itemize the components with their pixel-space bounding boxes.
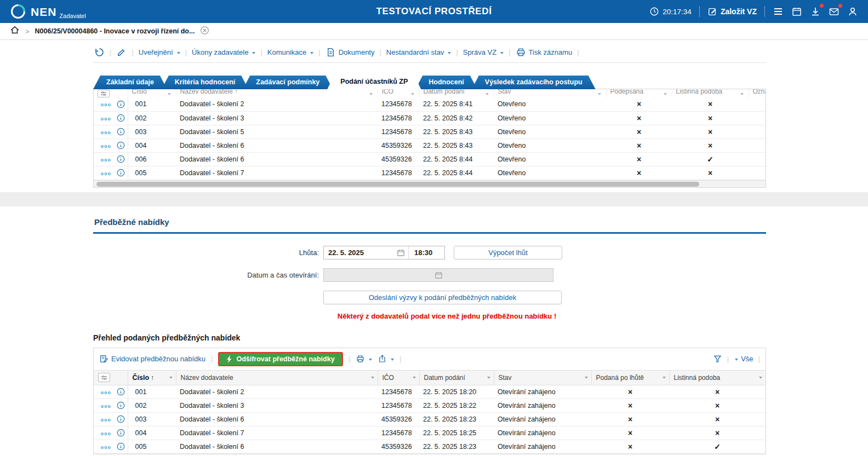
participant-row[interactable]: 002 Dodavatel - školení 3 12345678 22. 5… (94, 111, 766, 125)
cell-listinna-mark: × (672, 138, 749, 152)
breadcrumb-record[interactable]: N006/25/V00004860 - Inovace v rozvoji ří… (35, 27, 195, 35)
evidovat-nabidku-button[interactable]: Evidovat předběžnou nabídku (99, 354, 205, 363)
filter-all-select[interactable]: Vše (734, 355, 753, 363)
export-button[interactable] (378, 354, 394, 363)
tab-hodnoceni[interactable]: Hodnocení (415, 76, 477, 89)
column-settings-icon[interactable] (98, 373, 110, 382)
row-info-icon[interactable] (117, 100, 125, 108)
row-info-icon[interactable] (117, 114, 125, 122)
tab-podani-ucastniku-zp[interactable]: Podání účastníků ZP (327, 74, 421, 89)
horizontal-scrollbar[interactable] (94, 180, 766, 187)
row-info-icon[interactable] (117, 429, 125, 437)
send-call-button[interactable]: Odeslání výzvy k podání předběžných nabí… (323, 291, 562, 304)
row-info-icon[interactable] (117, 401, 125, 409)
row-menu-icon[interactable] (100, 129, 111, 135)
prelim-bid-row[interactable]: 003 Dodavatel - školení 6 45359326 22. 5… (94, 412, 766, 426)
row-menu-icon[interactable] (100, 403, 111, 408)
col-datum-podani[interactable]: Datum podání (419, 89, 494, 97)
row-menu-icon[interactable] (100, 143, 111, 148)
participant-row[interactable]: 003 Dodavatel - školení 5 12345678 22. 5… (94, 125, 766, 138)
prelim-bid-row[interactable]: 005 Dodavatel - školení 6 45359326 22. 5… (94, 440, 766, 453)
col-cislo[interactable]: Číslo↑ (128, 370, 176, 385)
menu-uverejneni[interactable]: Uveřejnění (139, 48, 180, 56)
close-record-icon[interactable] (200, 26, 209, 37)
participant-row[interactable]: 006 Dodavatel - školení 6 45359326 22. 5… (94, 152, 766, 166)
row-info-icon[interactable] (117, 415, 125, 423)
col-nazev-dodavatele[interactable]: Název dodavatele (176, 370, 378, 385)
funnel-icon[interactable] (713, 354, 722, 363)
sort-caret-icon (411, 93, 414, 95)
lhuta-datetime-input[interactable]: 22. 5. 2025 18:30 (323, 246, 445, 259)
cell-listinna-mark: × (669, 385, 766, 399)
row-info-icon[interactable] (117, 128, 125, 136)
prelim-bid-row[interactable]: 004 Dodavatel - školení 7 12345678 22. 5… (94, 426, 766, 440)
menu-button[interactable] (773, 6, 784, 17)
menu-nestandardni-stav[interactable]: Nestandardní stav (386, 48, 452, 56)
col-nazev-dodavatele[interactable]: Název dodavatele ↑ (176, 89, 378, 97)
row-menu-icon[interactable] (100, 389, 111, 395)
col-ico[interactable]: IČO (378, 370, 419, 385)
column-settings-icon[interactable] (98, 90, 110, 97)
scrollbar-thumb[interactable] (96, 182, 699, 187)
cell-cislo: 005 (128, 440, 176, 453)
calendar-small-icon[interactable] (397, 249, 405, 257)
col-stav[interactable]: Stav (494, 89, 606, 97)
prelim-bid-row[interactable]: 001 Dodavatel - školení 2 12345678 22. 5… (94, 385, 766, 399)
history-icon[interactable] (94, 47, 105, 57)
register-bid-icon (99, 354, 108, 363)
vypocet-lhut-button[interactable]: Výpočet lhůt (454, 246, 562, 259)
tab-zadavaci-podminky[interactable]: Zadávací podmínky (243, 76, 333, 89)
prelim-table-toolbar: Evidovat předběžnou nabídku | Odšifrovat… (94, 348, 766, 370)
nen-home-link[interactable]: NEN Zadavatel (10, 3, 86, 20)
row-info-icon[interactable] (117, 141, 125, 149)
participant-row[interactable]: 004 Dodavatel - školení 6 45359326 22. 5… (94, 138, 766, 152)
print-list-button[interactable] (356, 354, 372, 363)
col-cislo[interactable]: Číslo (128, 89, 176, 97)
menu-komunikace[interactable]: Komunikace (267, 48, 314, 56)
row-info-icon[interactable] (117, 169, 125, 177)
print-record-button[interactable]: Tisk záznamu (516, 47, 573, 57)
cell-listinna-mark: × (672, 97, 749, 111)
messages-button[interactable] (829, 6, 840, 17)
row-menu-icon[interactable] (100, 444, 111, 449)
row-menu-icon[interactable] (100, 101, 111, 107)
chevron-down-icon (369, 359, 372, 361)
col-ico[interactable]: IČO (378, 89, 419, 97)
col-oznaceni[interactable]: Označ (749, 89, 766, 97)
create-vz-button[interactable]: Založit VZ (707, 7, 757, 16)
tab-zakladni-udaje[interactable]: Základní údaje (93, 76, 167, 89)
user-button[interactable] (847, 6, 858, 17)
tab-vysledek-zadavaciho-postupu[interactable]: Výsledek zadávacího postupu (472, 76, 596, 89)
tab-kriteria-hodnoceni[interactable]: Kritéria hodnocení (162, 76, 248, 89)
menu-ukony-zadavatele[interactable]: Úkony zadavatele (192, 48, 255, 56)
lightning-icon (226, 355, 232, 363)
menu-dokumenty[interactable]: Dokumenty (326, 47, 375, 57)
row-menu-icon[interactable] (100, 430, 111, 436)
col-listinna-podoba[interactable]: Listinná podoba (672, 89, 749, 97)
edit-record-icon[interactable] (116, 47, 127, 57)
row-menu-icon[interactable] (100, 417, 111, 422)
calendar-button[interactable] (791, 6, 802, 17)
nen-logo-icon (10, 3, 26, 20)
col-podepsana[interactable]: Podepsána (606, 89, 672, 97)
col-podana-po-lhute[interactable]: Podaná po lhůtě (591, 370, 669, 385)
lhuta-time-value[interactable]: 18:30 (408, 246, 444, 259)
row-info-icon[interactable] (117, 155, 125, 163)
prelim-bid-row[interactable]: 002 Dodavatel - školení 3 12345678 22. 5… (94, 399, 766, 412)
downloads-button[interactable] (810, 6, 821, 17)
cell-oznaceni (749, 111, 766, 125)
lhuta-date-value[interactable]: 22. 5. 2025 (324, 249, 397, 257)
menu-sprava-vz[interactable]: Správa VZ (463, 48, 504, 56)
row-menu-icon[interactable] (100, 157, 111, 162)
row-menu-icon[interactable] (100, 170, 111, 176)
col-stav[interactable]: Stav (494, 370, 591, 385)
decrypt-bids-button[interactable]: Odšifrovat předběžné nabídky (218, 352, 342, 366)
col-datum-podani[interactable]: Datum podání (419, 370, 494, 385)
col-listinna-podoba[interactable]: Listinná podoba (669, 370, 766, 385)
participant-row[interactable]: 005 Dodavatel - školení 7 12345678 22. 5… (94, 166, 766, 180)
row-info-icon[interactable] (117, 388, 125, 396)
participant-row[interactable]: 001 Dodavatel - školení 2 12345678 22. 5… (94, 97, 766, 111)
row-menu-icon[interactable] (100, 116, 111, 121)
home-icon[interactable] (10, 25, 20, 37)
row-info-icon[interactable] (117, 442, 125, 451)
